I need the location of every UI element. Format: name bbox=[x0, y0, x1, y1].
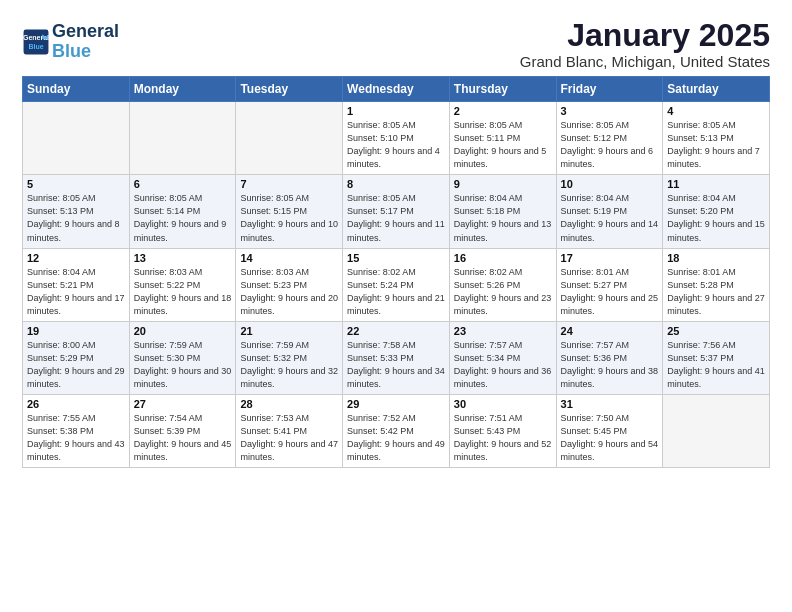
day-header-sunday: Sunday bbox=[23, 77, 130, 102]
calendar-cell bbox=[23, 102, 130, 175]
day-number: 24 bbox=[561, 325, 659, 337]
calendar-cell: 31Sunrise: 7:50 AM Sunset: 5:45 PM Dayli… bbox=[556, 394, 663, 467]
calendar-cell: 2Sunrise: 8:05 AM Sunset: 5:11 PM Daylig… bbox=[449, 102, 556, 175]
day-info: Sunrise: 8:05 AM Sunset: 5:11 PM Dayligh… bbox=[454, 119, 552, 171]
day-number: 2 bbox=[454, 105, 552, 117]
day-number: 7 bbox=[240, 178, 338, 190]
calendar-week-row: 5Sunrise: 8:05 AM Sunset: 5:13 PM Daylig… bbox=[23, 175, 770, 248]
day-number: 8 bbox=[347, 178, 445, 190]
calendar-cell: 25Sunrise: 7:56 AM Sunset: 5:37 PM Dayli… bbox=[663, 321, 770, 394]
day-info: Sunrise: 8:05 AM Sunset: 5:15 PM Dayligh… bbox=[240, 192, 338, 244]
calendar-cell: 6Sunrise: 8:05 AM Sunset: 5:14 PM Daylig… bbox=[129, 175, 236, 248]
page: General Blue General Blue January 2025 G… bbox=[0, 0, 792, 612]
logo-text: General Blue bbox=[52, 22, 119, 62]
day-info: Sunrise: 8:04 AM Sunset: 5:19 PM Dayligh… bbox=[561, 192, 659, 244]
calendar-week-row: 1Sunrise: 8:05 AM Sunset: 5:10 PM Daylig… bbox=[23, 102, 770, 175]
day-header-saturday: Saturday bbox=[663, 77, 770, 102]
day-number: 23 bbox=[454, 325, 552, 337]
calendar-cell bbox=[236, 102, 343, 175]
day-number: 9 bbox=[454, 178, 552, 190]
logo: General Blue General Blue bbox=[22, 22, 119, 62]
day-info: Sunrise: 7:50 AM Sunset: 5:45 PM Dayligh… bbox=[561, 412, 659, 464]
day-info: Sunrise: 8:03 AM Sunset: 5:23 PM Dayligh… bbox=[240, 266, 338, 318]
day-number: 11 bbox=[667, 178, 765, 190]
calendar-cell: 9Sunrise: 8:04 AM Sunset: 5:18 PM Daylig… bbox=[449, 175, 556, 248]
day-info: Sunrise: 8:03 AM Sunset: 5:22 PM Dayligh… bbox=[134, 266, 232, 318]
calendar-cell bbox=[663, 394, 770, 467]
calendar-cell: 21Sunrise: 7:59 AM Sunset: 5:32 PM Dayli… bbox=[236, 321, 343, 394]
day-info: Sunrise: 7:59 AM Sunset: 5:30 PM Dayligh… bbox=[134, 339, 232, 391]
day-info: Sunrise: 7:56 AM Sunset: 5:37 PM Dayligh… bbox=[667, 339, 765, 391]
calendar-subtitle: Grand Blanc, Michigan, United States bbox=[520, 53, 770, 70]
day-info: Sunrise: 8:00 AM Sunset: 5:29 PM Dayligh… bbox=[27, 339, 125, 391]
calendar-cell: 26Sunrise: 7:55 AM Sunset: 5:38 PM Dayli… bbox=[23, 394, 130, 467]
day-number: 18 bbox=[667, 252, 765, 264]
day-info: Sunrise: 8:05 AM Sunset: 5:13 PM Dayligh… bbox=[667, 119, 765, 171]
day-info: Sunrise: 7:59 AM Sunset: 5:32 PM Dayligh… bbox=[240, 339, 338, 391]
calendar-cell: 28Sunrise: 7:53 AM Sunset: 5:41 PM Dayli… bbox=[236, 394, 343, 467]
calendar-cell: 18Sunrise: 8:01 AM Sunset: 5:28 PM Dayli… bbox=[663, 248, 770, 321]
day-info: Sunrise: 8:05 AM Sunset: 5:17 PM Dayligh… bbox=[347, 192, 445, 244]
calendar-cell: 8Sunrise: 8:05 AM Sunset: 5:17 PM Daylig… bbox=[343, 175, 450, 248]
svg-text:Blue: Blue bbox=[28, 43, 43, 50]
day-number: 13 bbox=[134, 252, 232, 264]
calendar-header-row: SundayMondayTuesdayWednesdayThursdayFrid… bbox=[23, 77, 770, 102]
day-number: 10 bbox=[561, 178, 659, 190]
calendar-cell: 22Sunrise: 7:58 AM Sunset: 5:33 PM Dayli… bbox=[343, 321, 450, 394]
day-info: Sunrise: 7:53 AM Sunset: 5:41 PM Dayligh… bbox=[240, 412, 338, 464]
day-header-tuesday: Tuesday bbox=[236, 77, 343, 102]
calendar-cell: 1Sunrise: 8:05 AM Sunset: 5:10 PM Daylig… bbox=[343, 102, 450, 175]
day-number: 16 bbox=[454, 252, 552, 264]
day-info: Sunrise: 7:58 AM Sunset: 5:33 PM Dayligh… bbox=[347, 339, 445, 391]
calendar-week-row: 26Sunrise: 7:55 AM Sunset: 5:38 PM Dayli… bbox=[23, 394, 770, 467]
day-number: 5 bbox=[27, 178, 125, 190]
day-info: Sunrise: 8:04 AM Sunset: 5:21 PM Dayligh… bbox=[27, 266, 125, 318]
day-number: 27 bbox=[134, 398, 232, 410]
day-info: Sunrise: 8:05 AM Sunset: 5:10 PM Dayligh… bbox=[347, 119, 445, 171]
day-header-monday: Monday bbox=[129, 77, 236, 102]
day-header-friday: Friday bbox=[556, 77, 663, 102]
calendar-cell: 16Sunrise: 8:02 AM Sunset: 5:26 PM Dayli… bbox=[449, 248, 556, 321]
day-info: Sunrise: 7:57 AM Sunset: 5:36 PM Dayligh… bbox=[561, 339, 659, 391]
day-info: Sunrise: 8:02 AM Sunset: 5:24 PM Dayligh… bbox=[347, 266, 445, 318]
calendar-week-row: 19Sunrise: 8:00 AM Sunset: 5:29 PM Dayli… bbox=[23, 321, 770, 394]
calendar-cell: 13Sunrise: 8:03 AM Sunset: 5:22 PM Dayli… bbox=[129, 248, 236, 321]
calendar-cell: 7Sunrise: 8:05 AM Sunset: 5:15 PM Daylig… bbox=[236, 175, 343, 248]
day-info: Sunrise: 8:01 AM Sunset: 5:28 PM Dayligh… bbox=[667, 266, 765, 318]
day-number: 22 bbox=[347, 325, 445, 337]
logo-icon: General Blue bbox=[22, 28, 50, 56]
day-number: 15 bbox=[347, 252, 445, 264]
calendar-cell: 14Sunrise: 8:03 AM Sunset: 5:23 PM Dayli… bbox=[236, 248, 343, 321]
calendar-table: SundayMondayTuesdayWednesdayThursdayFrid… bbox=[22, 76, 770, 468]
day-number: 21 bbox=[240, 325, 338, 337]
day-number: 14 bbox=[240, 252, 338, 264]
day-number: 3 bbox=[561, 105, 659, 117]
day-info: Sunrise: 8:02 AM Sunset: 5:26 PM Dayligh… bbox=[454, 266, 552, 318]
calendar-title: January 2025 bbox=[520, 18, 770, 53]
day-info: Sunrise: 7:54 AM Sunset: 5:39 PM Dayligh… bbox=[134, 412, 232, 464]
day-number: 17 bbox=[561, 252, 659, 264]
day-number: 1 bbox=[347, 105, 445, 117]
calendar-cell: 4Sunrise: 8:05 AM Sunset: 5:13 PM Daylig… bbox=[663, 102, 770, 175]
day-header-thursday: Thursday bbox=[449, 77, 556, 102]
calendar-cell: 11Sunrise: 8:04 AM Sunset: 5:20 PM Dayli… bbox=[663, 175, 770, 248]
day-info: Sunrise: 7:51 AM Sunset: 5:43 PM Dayligh… bbox=[454, 412, 552, 464]
day-number: 25 bbox=[667, 325, 765, 337]
calendar-cell: 5Sunrise: 8:05 AM Sunset: 5:13 PM Daylig… bbox=[23, 175, 130, 248]
day-number: 19 bbox=[27, 325, 125, 337]
day-info: Sunrise: 8:04 AM Sunset: 5:20 PM Dayligh… bbox=[667, 192, 765, 244]
svg-rect-0 bbox=[24, 29, 49, 54]
day-info: Sunrise: 8:05 AM Sunset: 5:12 PM Dayligh… bbox=[561, 119, 659, 171]
day-number: 31 bbox=[561, 398, 659, 410]
calendar-cell: 17Sunrise: 8:01 AM Sunset: 5:27 PM Dayli… bbox=[556, 248, 663, 321]
header: General Blue General Blue January 2025 G… bbox=[22, 18, 770, 70]
day-info: Sunrise: 8:04 AM Sunset: 5:18 PM Dayligh… bbox=[454, 192, 552, 244]
day-info: Sunrise: 8:05 AM Sunset: 5:13 PM Dayligh… bbox=[27, 192, 125, 244]
day-number: 20 bbox=[134, 325, 232, 337]
calendar-cell: 12Sunrise: 8:04 AM Sunset: 5:21 PM Dayli… bbox=[23, 248, 130, 321]
day-number: 12 bbox=[27, 252, 125, 264]
day-header-wednesday: Wednesday bbox=[343, 77, 450, 102]
day-info: Sunrise: 8:01 AM Sunset: 5:27 PM Dayligh… bbox=[561, 266, 659, 318]
day-info: Sunrise: 7:57 AM Sunset: 5:34 PM Dayligh… bbox=[454, 339, 552, 391]
day-info: Sunrise: 8:05 AM Sunset: 5:14 PM Dayligh… bbox=[134, 192, 232, 244]
